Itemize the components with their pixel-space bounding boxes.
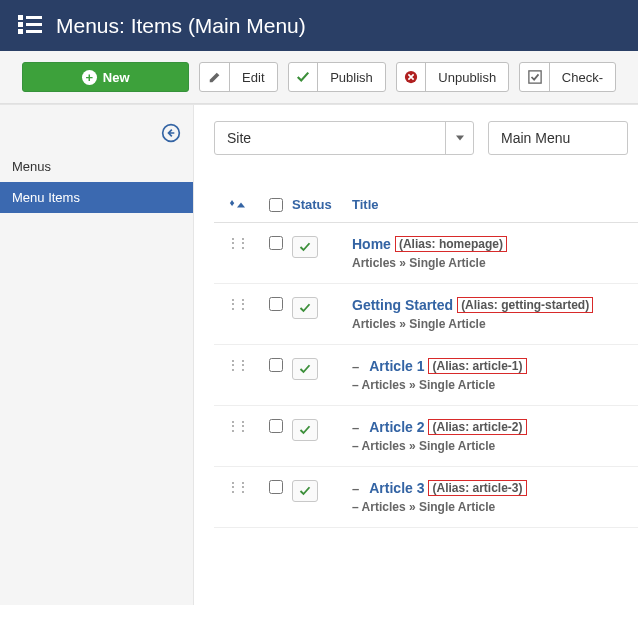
unpublish-button[interactable]: Unpublish <box>396 62 509 92</box>
item-alias: (Alias: article-1) <box>428 358 526 374</box>
item-breadcrumb: Articles » Single Article <box>352 378 628 392</box>
items-table: ♦ Status Title ⋮⋮Home (Alias: homepage)A… <box>214 189 638 528</box>
table-row: ⋮⋮Getting Started (Alias: getting-starte… <box>214 284 638 345</box>
item-title-link[interactable]: Article 1 <box>369 358 424 374</box>
pencil-icon <box>200 63 230 91</box>
unpublish-button-label: Unpublish <box>426 70 508 85</box>
caret-down-icon <box>445 122 473 154</box>
row-checkbox[interactable] <box>269 358 283 372</box>
new-button-label: New <box>103 70 130 85</box>
tree-indent-icon: – <box>352 481 359 496</box>
content-area: Site Main Menu ♦ Status <box>194 105 638 605</box>
column-title[interactable]: Title <box>352 197 638 212</box>
item-alias: (Alias: getting-started) <box>457 297 593 313</box>
item-title-link[interactable]: Article 3 <box>369 480 424 496</box>
svg-rect-3 <box>26 23 42 26</box>
plus-icon: + <box>82 70 97 85</box>
status-toggle[interactable] <box>292 419 318 441</box>
site-select[interactable]: Site <box>214 121 474 155</box>
status-toggle[interactable] <box>292 236 318 258</box>
sort-icon: ♦ <box>229 197 234 212</box>
sidebar-item-label: Menu Items <box>12 190 80 205</box>
checkin-button[interactable]: Check- <box>519 62 616 92</box>
row-checkbox[interactable] <box>269 236 283 250</box>
checkbox-icon <box>520 63 550 91</box>
menu-select-value: Main Menu <box>489 130 627 146</box>
drag-handle-icon[interactable]: ⋮⋮ <box>227 358 247 372</box>
item-breadcrumb: Articles » Single Article <box>352 439 628 453</box>
tree-indent-icon: – <box>352 420 359 435</box>
svg-rect-2 <box>18 22 23 27</box>
table-header: ♦ Status Title <box>214 189 638 223</box>
sidebar: Menus Menu Items <box>0 105 194 605</box>
column-status[interactable]: Status <box>292 197 352 212</box>
svg-rect-0 <box>18 15 23 20</box>
drag-handle-icon[interactable]: ⋮⋮ <box>227 480 247 494</box>
checkin-button-label: Check- <box>550 70 615 85</box>
item-breadcrumb: Articles » Single Article <box>352 500 628 514</box>
item-alias: (Alias: article-2) <box>428 419 526 435</box>
x-circle-icon <box>397 63 427 91</box>
table-row: ⋮⋮–Article 3 (Alias: article-3)Articles … <box>214 467 638 528</box>
item-breadcrumb: Articles » Single Article <box>352 317 628 331</box>
check-icon <box>289 63 319 91</box>
page-title: Menus: Items (Main Menu) <box>56 14 306 38</box>
item-title-link[interactable]: Home <box>352 236 391 252</box>
publish-button[interactable]: Publish <box>288 62 386 92</box>
sidebar-item-label: Menus <box>12 159 51 174</box>
item-breadcrumb: Articles » Single Article <box>352 256 628 270</box>
item-alias: (Alias: article-3) <box>428 480 526 496</box>
edit-button[interactable]: Edit <box>199 62 277 92</box>
toolbar: + New Edit Publish Unpublish Check- <box>0 51 638 104</box>
svg-rect-1 <box>26 16 42 19</box>
sidebar-item-menu-items[interactable]: Menu Items <box>0 182 193 213</box>
status-toggle[interactable] <box>292 480 318 502</box>
row-checkbox[interactable] <box>269 480 283 494</box>
menu-select[interactable]: Main Menu <box>488 121 628 155</box>
table-row: ⋮⋮–Article 2 (Alias: article-2)Articles … <box>214 406 638 467</box>
column-order[interactable]: ♦ <box>214 197 260 212</box>
new-button[interactable]: + New <box>22 62 189 92</box>
sidebar-collapse-button[interactable] <box>0 119 193 151</box>
filter-bar: Site Main Menu <box>214 121 638 155</box>
row-checkbox[interactable] <box>269 419 283 433</box>
drag-handle-icon[interactable]: ⋮⋮ <box>227 419 247 433</box>
table-row: ⋮⋮–Article 1 (Alias: article-1)Articles … <box>214 345 638 406</box>
item-alias: (Alias: homepage) <box>395 236 507 252</box>
svg-rect-5 <box>26 30 42 33</box>
status-toggle[interactable] <box>292 297 318 319</box>
sidebar-item-menus[interactable]: Menus <box>0 151 193 182</box>
item-title-link[interactable]: Getting Started <box>352 297 453 313</box>
drag-handle-icon[interactable]: ⋮⋮ <box>227 297 247 311</box>
row-checkbox[interactable] <box>269 297 283 311</box>
column-checkbox <box>260 198 292 212</box>
publish-button-label: Publish <box>318 70 385 85</box>
edit-button-label: Edit <box>230 70 276 85</box>
page-header: Menus: Items (Main Menu) <box>0 0 638 51</box>
drag-handle-icon[interactable]: ⋮⋮ <box>227 236 247 250</box>
tree-indent-icon: – <box>352 359 359 374</box>
item-title-link[interactable]: Article 2 <box>369 419 424 435</box>
site-select-value: Site <box>215 130 445 146</box>
sort-asc-icon <box>237 197 245 212</box>
table-row: ⋮⋮Home (Alias: homepage)Articles » Singl… <box>214 223 638 284</box>
svg-rect-7 <box>528 71 540 83</box>
list-icon <box>18 12 42 39</box>
status-toggle[interactable] <box>292 358 318 380</box>
select-all-checkbox[interactable] <box>269 198 283 212</box>
svg-rect-4 <box>18 29 23 34</box>
